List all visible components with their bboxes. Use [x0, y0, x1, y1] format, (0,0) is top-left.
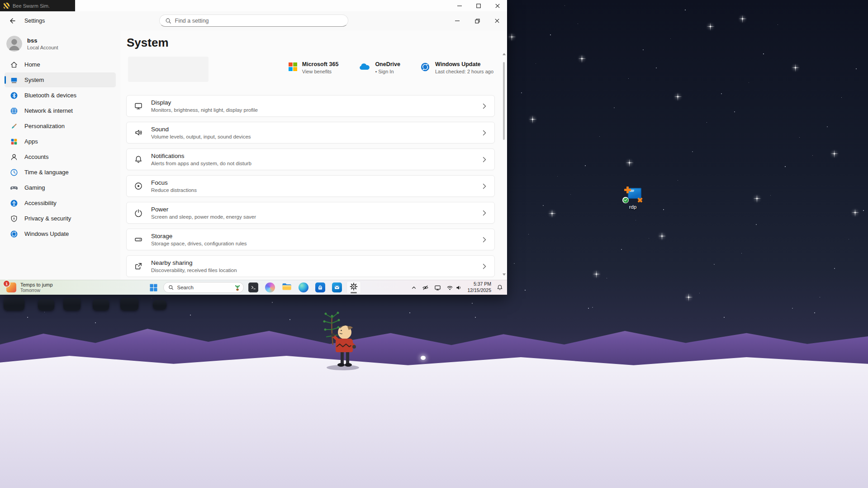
tray-privacy-indicator[interactable]: [420, 282, 431, 293]
avatar: [6, 36, 22, 52]
wallpaper-character: [312, 300, 371, 374]
sidebar-item-time-language[interactable]: Time & language: [5, 165, 116, 180]
settings-row-sound[interactable]: Sound Volume levels, output, input, soun…: [126, 122, 495, 144]
hero-card-microsoft-365[interactable]: Microsoft 365 View benefits: [289, 61, 339, 74]
windows-update-icon: [10, 230, 18, 238]
wallpaper-snow: [0, 353, 868, 488]
chevron-right-icon: [483, 183, 492, 189]
hero-subtitle: Last checked: 2 hours ago: [435, 69, 493, 74]
hero-title: Windows Update: [435, 61, 493, 67]
sidebar-item-home[interactable]: Home: [5, 57, 116, 72]
sidebar-item-personalization[interactable]: Personalization: [5, 119, 116, 134]
settings-search-input[interactable]: [175, 18, 348, 24]
desktop-icon-rdp[interactable]: rdp: [620, 187, 646, 210]
settings-sidebar: bss Local Account Home System Bluetooth …: [0, 30, 120, 280]
content-scrollbar[interactable]: [502, 52, 506, 276]
taskbar-app-copilot[interactable]: [263, 281, 277, 294]
sidebar-item-label: Personalization: [24, 123, 65, 129]
wallpaper-snow-glow: [421, 356, 426, 360]
sidebar-item-label: Network & internet: [24, 107, 73, 114]
rdp-maximize-button[interactable]: [469, 0, 488, 11]
settings-window: Settings: [0, 11, 507, 295]
gear-icon: [350, 282, 358, 292]
tray-clock[interactable]: 5:37 PM 12/15/2025: [467, 281, 491, 293]
copilot-icon: [265, 282, 275, 292]
settings-minimize-button[interactable]: [447, 11, 467, 30]
taskbar-app-edge[interactable]: [296, 281, 311, 294]
scroll-down-arrow[interactable]: [502, 273, 506, 276]
wallpaper-silhouette: [38, 299, 54, 311]
microsoft-365-icon: [289, 62, 297, 73]
close-icon: [495, 4, 500, 8]
home-icon: [10, 61, 18, 69]
settings-row-power[interactable]: Power Screen and sleep, power mode, ener…: [126, 202, 495, 224]
rdp-titlebar: Bee Swarm Sim.: [0, 0, 507, 11]
row-subtitle: Reduce distractions: [151, 187, 197, 193]
notification-badge: 1: [4, 281, 9, 287]
outlook-mail-icon: [332, 282, 342, 292]
accessibility-icon: [10, 199, 18, 207]
minimize-icon: [457, 4, 462, 8]
start-button[interactable]: [147, 281, 161, 294]
hero-card-onedrive[interactable]: OneDrive • Sign In: [358, 61, 400, 74]
restore-icon: [475, 19, 480, 24]
tray-show-hidden-icons[interactable]: [409, 282, 419, 293]
settings-row-focus[interactable]: Focus Reduce distractions: [126, 175, 495, 197]
settings-row-display[interactable]: Display Monitors, brightness, night ligh…: [126, 95, 495, 117]
taskbar-app-file-explorer[interactable]: [280, 281, 294, 294]
chevron-right-icon: [483, 263, 492, 269]
settings-row-storage[interactable]: Storage Storage space, drives, configura…: [126, 229, 495, 250]
weather-widget-icon: 1: [6, 282, 16, 292]
sidebar-item-system[interactable]: System: [5, 72, 116, 87]
row-title: Storage: [151, 233, 247, 239]
settings-search-box[interactable]: [159, 14, 348, 27]
settings-row-notifications[interactable]: Notifications Alerts from apps and syste…: [126, 148, 495, 170]
scrollbar-thumb[interactable]: [503, 62, 505, 140]
taskbar-app-settings[interactable]: [346, 281, 361, 294]
settings-row-nearby-sharing[interactable]: Nearby sharing Discoverability, received…: [126, 255, 495, 277]
row-title: Power: [151, 206, 256, 213]
back-button[interactable]: [5, 14, 19, 27]
row-subtitle: Screen and sleep, power mode, energy sav…: [151, 214, 256, 220]
taskbar-search-box[interactable]: Search: [163, 282, 244, 293]
rdp-minimize-button[interactable]: [450, 0, 469, 11]
system-icon: [10, 76, 18, 84]
sidebar-item-label: Home: [24, 61, 40, 68]
chevron-right-icon: [483, 103, 492, 109]
sidebar-item-windows-update[interactable]: Windows Update: [5, 226, 116, 241]
sidebar-item-label: Apps: [24, 138, 38, 145]
eye-slash-icon: [422, 284, 429, 291]
settings-restore-button[interactable]: [467, 11, 487, 30]
sidebar-item-network-internet[interactable]: Network & internet: [5, 103, 116, 118]
bluetooth-icon: [10, 91, 18, 100]
row-title: Nearby sharing: [151, 259, 237, 266]
file-explorer-icon: [282, 282, 292, 293]
rdp-window-title: Bee Swarm Sim.: [13, 3, 50, 9]
settings-close-button[interactable]: [487, 11, 507, 30]
bell-icon: [497, 284, 503, 291]
sidebar-item-label: System: [24, 77, 44, 83]
microsoft-store-icon: [315, 282, 325, 292]
monitor-icon: [434, 284, 441, 291]
widgets-button[interactable]: 1 Temps to jump Tomorrow: [3, 280, 57, 295]
sidebar-item-accounts[interactable]: Accounts: [5, 149, 116, 164]
taskbar-app-store[interactable]: [313, 281, 327, 294]
edge-browser-icon: [299, 282, 308, 292]
scroll-up-arrow[interactable]: [502, 52, 506, 56]
sidebar-item-accessibility[interactable]: Accessibility: [5, 196, 116, 211]
terminal-icon: [248, 282, 258, 292]
hero-card-windows-update[interactable]: Windows Update Last checked: 2 hours ago: [420, 61, 493, 74]
taskbar-app-terminal[interactable]: [246, 281, 261, 294]
taskbar-app-outlook[interactable]: [330, 281, 344, 294]
sidebar-item-gaming[interactable]: Gaming: [5, 180, 116, 195]
sidebar-item-privacy-security[interactable]: Privacy & security: [5, 211, 116, 226]
rdp-close-button[interactable]: [488, 0, 507, 11]
tray-network-volume[interactable]: [444, 282, 464, 293]
tray-display-connection[interactable]: [432, 282, 443, 293]
tray-notification-center[interactable]: [494, 282, 505, 293]
rdp-file-icon: [624, 187, 642, 202]
wifi-icon: [446, 284, 453, 291]
desktop-icon-label: rdp: [629, 204, 637, 210]
sidebar-item-bluetooth-devices[interactable]: Bluetooth & devices: [5, 88, 116, 103]
sidebar-item-apps[interactable]: Apps: [5, 134, 116, 149]
